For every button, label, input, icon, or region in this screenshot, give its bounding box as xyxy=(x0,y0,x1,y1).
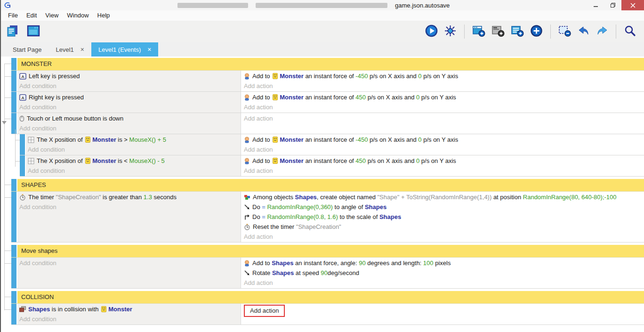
event-selection-bar[interactable] xyxy=(11,304,16,324)
action-line[interactable]: Among objects Shapes, create object name… xyxy=(244,192,642,202)
actions-cell[interactable]: Add to Shapes an instant force, angle: 9… xyxy=(241,258,644,288)
text-segment: p/s on X axis and xyxy=(368,73,418,80)
add-condition-button[interactable]: Add condition xyxy=(19,123,239,133)
actions-cell[interactable]: Add action xyxy=(241,304,644,324)
condition-line[interactable]: Shapes is in collision with Monster xyxy=(19,304,239,314)
comment-row[interactable]: SHAPES xyxy=(11,179,644,192)
actions-cell[interactable]: Add to Monster an instant force of 450 p… xyxy=(241,92,644,113)
add-action-button[interactable]: Add action xyxy=(244,232,642,242)
event-selection-bar[interactable] xyxy=(11,291,16,303)
preview-button[interactable] xyxy=(425,24,438,39)
add-action-button[interactable]: Add action xyxy=(244,113,642,123)
add-condition-button[interactable]: Add condition xyxy=(19,102,239,112)
add-condition-button[interactable]: Add condition xyxy=(19,81,239,91)
redo-button[interactable] xyxy=(596,25,608,38)
conditions-cell[interactable]: Add condition xyxy=(17,258,241,288)
action-line[interactable]: Rotate Shapes at speed 90deg/second xyxy=(244,268,642,278)
add-action-button[interactable]: Add action xyxy=(244,145,642,154)
monster-icon xyxy=(101,306,106,312)
event-selection-bar[interactable] xyxy=(11,192,16,242)
event-block: Add conditionAdd to Shapes an instant fo… xyxy=(11,258,644,289)
action-line[interactable]: Do = RandomInRange(0,360) to angle of Sh… xyxy=(244,202,642,212)
comment-block: COLLISION xyxy=(11,291,644,304)
add-other-event-button[interactable] xyxy=(530,24,543,39)
debug-button[interactable] xyxy=(444,24,457,39)
actions-cell[interactable]: Add to Monster an instant force of -450 … xyxy=(241,134,644,155)
add-condition-button[interactable]: Add condition xyxy=(19,258,239,268)
conditions-cell[interactable]: ALeft key is pressedAdd condition xyxy=(17,71,241,91)
action-line[interactable]: Add to Monster an instant force of 450 p… xyxy=(244,156,642,166)
action-line[interactable]: Reset the timer "ShapeCreation" xyxy=(244,222,642,232)
add-condition-button[interactable]: Add condition xyxy=(28,145,239,154)
event-selection-bar[interactable] xyxy=(20,155,25,176)
add-condition-button[interactable]: Add condition xyxy=(19,314,239,324)
tab-level1[interactable]: Level1× xyxy=(48,42,91,57)
add-event-button[interactable] xyxy=(472,25,485,39)
event-row: Shapes is in collision with MonsterAdd c… xyxy=(11,304,644,325)
event-row: ALeft key is pressedAdd conditionAdd to … xyxy=(11,71,644,92)
comment-row[interactable]: MONSTER xyxy=(11,58,644,71)
actions-cell[interactable]: Add to Monster an instant force of 450 p… xyxy=(241,155,644,176)
tab-close-icon[interactable]: × xyxy=(147,46,151,53)
conditions-cell[interactable]: ARight key is pressedAdd condition xyxy=(17,92,241,113)
menu-item-view[interactable]: View xyxy=(41,10,63,21)
add-action-button[interactable]: Add action xyxy=(244,81,642,91)
comment-row[interactable]: Move shapes xyxy=(11,245,644,258)
project-manager-button[interactable] xyxy=(6,24,20,40)
condition-line[interactable]: Touch or Left mouse button is down xyxy=(19,113,239,123)
condition-line[interactable]: The timer "ShapeCreation" is greater tha… xyxy=(19,192,239,202)
text-segment: an instant force, angle: xyxy=(293,259,359,267)
search-button[interactable] xyxy=(624,24,636,39)
condition-line[interactable]: ARight key is pressed xyxy=(19,92,239,102)
minimize-button[interactable] xyxy=(588,0,604,10)
tab-start-page[interactable]: Start Page xyxy=(6,42,48,57)
scene-editor-button[interactable] xyxy=(26,24,40,40)
add-comment-button[interactable] xyxy=(491,25,505,39)
action-line[interactable]: Do = RandomInRange(0.8, 1.6) to the scal… xyxy=(244,212,642,222)
tab-close-icon[interactable]: × xyxy=(80,46,84,53)
conditions-cell[interactable]: The timer "ShapeCreation" is greater tha… xyxy=(17,192,241,242)
add-action-button-highlighted[interactable]: Add action xyxy=(244,305,285,317)
menu-item-window[interactable]: Window xyxy=(63,10,93,21)
event-selection-bar[interactable] xyxy=(20,134,25,155)
position-icon xyxy=(28,158,34,164)
condition-line[interactable]: ALeft key is pressed xyxy=(19,71,239,81)
monster-icon xyxy=(273,94,278,100)
undo-icon xyxy=(578,25,590,38)
conditions-cell[interactable]: Touch or Left mouse button is downAdd co… xyxy=(17,113,241,134)
actions-cell[interactable]: Add action xyxy=(241,113,644,134)
undo-button[interactable] xyxy=(578,25,590,38)
event-selection-bar[interactable] xyxy=(11,245,16,257)
event-selection-bar[interactable] xyxy=(11,113,16,134)
actions-cell[interactable]: Add to Monster an instant force of -450 … xyxy=(241,71,644,91)
add-action-button[interactable]: Add action xyxy=(244,102,642,112)
add-action-button[interactable]: Add action xyxy=(244,166,642,176)
conditions-cell[interactable]: Shapes is in collision with MonsterAdd c… xyxy=(17,304,241,324)
add-condition-button[interactable]: Add condition xyxy=(19,202,239,212)
event-selection-bar[interactable] xyxy=(11,58,16,70)
event-selection-bar[interactable] xyxy=(11,179,16,191)
menu-item-help[interactable]: Help xyxy=(93,10,114,21)
add-subevent-button[interactable] xyxy=(511,25,524,39)
condition-line[interactable]: The X position of Monster is < MouseX() … xyxy=(28,156,239,166)
menu-item-file[interactable]: File xyxy=(4,10,22,21)
delete-event-button[interactable] xyxy=(558,25,572,39)
close-button[interactable] xyxy=(621,0,644,10)
conditions-cell[interactable]: The X position of Monster is > MouseX() … xyxy=(26,134,241,155)
event-selection-bar[interactable] xyxy=(11,71,16,91)
tab-level1-events-[interactable]: Level1 (Events)× xyxy=(91,42,159,57)
menu-item-edit[interactable]: Edit xyxy=(22,10,41,21)
action-line[interactable]: Add to Monster an instant force of -450 … xyxy=(244,135,642,145)
conditions-cell[interactable]: The X position of Monster is < MouseX() … xyxy=(26,155,241,176)
restore-button[interactable] xyxy=(604,0,621,10)
add-condition-button[interactable]: Add condition xyxy=(28,166,239,176)
condition-line[interactable]: The X position of Monster is > MouseX() … xyxy=(28,135,239,145)
add-action-button[interactable]: Add action xyxy=(244,278,642,288)
actions-cell[interactable]: Among objects Shapes, create object name… xyxy=(241,192,644,242)
action-line[interactable]: Add to Monster an instant force of -450 … xyxy=(244,71,642,81)
event-selection-bar[interactable] xyxy=(11,258,16,288)
comment-row[interactable]: COLLISION xyxy=(11,291,644,304)
event-selection-bar[interactable] xyxy=(11,92,16,113)
action-line[interactable]: Add to Shapes an instant force, angle: 9… xyxy=(244,258,642,268)
action-line[interactable]: Add to Monster an instant force of 450 p… xyxy=(244,92,642,102)
